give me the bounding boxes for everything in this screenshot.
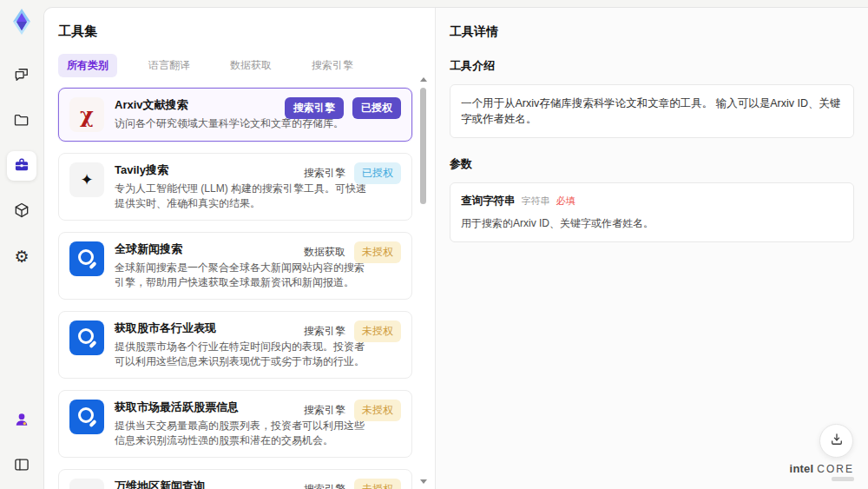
gear-icon: ⚙ — [14, 248, 29, 265]
tool-list: Arxiv文献搜索 访问各个研究领域大量科学论文和文章的存储库。 搜索引擎 已授… — [58, 88, 412, 489]
intel-sub-badge — [832, 477, 854, 481]
download-icon — [829, 432, 845, 450]
tool-badges: 搜索引擎 已授权 — [304, 162, 401, 184]
newspaper-icon — [69, 479, 104, 489]
param-item: 查询字符串 字符串 必填 用于搜索的Arxiv ID、关键字或作者姓名。 — [461, 194, 843, 231]
download-button[interactable] — [819, 424, 853, 458]
page-title: 工具集 — [58, 23, 412, 40]
tool-description: 全球新闻搜索是一个聚合全球各大新闻网站内容的搜索引擎，帮助用户快速获取全球最新资… — [115, 261, 366, 290]
collapse-sidebar-button[interactable] — [7, 451, 36, 480]
tool-card[interactable]: 获取股市各行业表现 提供股票市场各个行业在特定时间段内的表现。投资者可以利用这些… — [58, 311, 412, 379]
left-icon-rail: ⚙ — [0, 0, 43, 489]
auth-status-badge: 未授权 — [354, 479, 401, 489]
chat-icon — [13, 66, 30, 86]
news-search-icon — [69, 241, 104, 276]
category-badge: 搜索引擎 — [304, 320, 345, 342]
category-badge: 搜索引擎 — [304, 400, 345, 421]
news-search-icon — [69, 320, 104, 355]
tool-badges: 数据获取 未授权 — [304, 241, 401, 263]
intel-core-wordmark: intel core — [790, 463, 854, 474]
auth-status-badge: 未授权 — [354, 400, 401, 421]
user-icon — [13, 411, 30, 431]
detail-title: 工具详情 — [450, 24, 854, 40]
sidebar-item-models[interactable] — [7, 196, 36, 226]
scrollbar-down-arrow[interactable] — [420, 479, 427, 484]
tool-description: 提供股票市场各个行业在特定时间段内的表现。投资者可以利用这些信息来识别表现优于或… — [115, 340, 366, 369]
tool-card[interactable]: 全球新闻搜索 全球新闻搜索是一个聚合全球各大新闻网站内容的搜索引擎，帮助用户快速… — [58, 232, 412, 300]
intel-core-logo: intel core — [790, 463, 854, 481]
param-head: 查询字符串 字符串 必填 — [461, 194, 843, 208]
tool-card[interactable]: 万维地区新闻查询 查询具体行政区划内的新闻，快速了解各地新闻动 搜索引擎 未授权 — [58, 469, 412, 489]
param-name: 查询字符串 — [461, 194, 516, 208]
tool-badges: 搜索引擎 未授权 — [304, 320, 401, 342]
params-box: 查询字符串 字符串 必填 用于搜索的Arxiv ID、关键字或作者姓名。 — [450, 182, 854, 242]
sparkle-icon — [69, 162, 104, 197]
intro-text: 一个用于从Arxiv存储库搜索科学论文和文章的工具。 输入可以是Arxiv ID… — [461, 96, 843, 127]
intro-box: 一个用于从Arxiv存储库搜索科学论文和文章的工具。 输入可以是Arxiv ID… — [450, 84, 854, 138]
tool-description: 提供当天交易量最高的股票列表，投资者可以利用这些信息来识别流动性强的股票和潜在的… — [115, 419, 366, 448]
sidebar-item-toolset[interactable] — [7, 151, 36, 181]
category-badge: 搜索引擎 — [285, 97, 344, 119]
auth-status-badge: 已授权 — [354, 162, 401, 184]
category-tab[interactable]: 搜索引擎 — [303, 54, 362, 77]
tool-card[interactable]: Tavily搜索 专为人工智能代理 (LLM) 构建的搜索引擎工具。可快速提供实… — [58, 153, 412, 221]
category-tab[interactable]: 语言翻译 — [140, 54, 199, 77]
tool-description: 专为人工智能代理 (LLM) 构建的搜索引擎工具。可快速提供实时、准确和真实的结… — [115, 182, 366, 211]
tool-list-panel: 工具集 所有类别语言翻译数据获取搜索引擎 Arxiv文献搜索 访问各个研究领域大… — [44, 8, 435, 489]
toolbox-icon — [13, 156, 30, 176]
category-tab[interactable]: 数据获取 — [221, 54, 280, 77]
app-logo — [7, 7, 36, 36]
arxiv-icon — [69, 97, 104, 132]
intel-word: intel — [790, 463, 814, 474]
param-description: 用于搜索的Arxiv ID、关键字或作者姓名。 — [461, 216, 843, 231]
category-badge: 搜索引擎 — [304, 479, 345, 489]
sidebar-item-chat[interactable] — [7, 61, 36, 90]
list-scrollbar[interactable] — [419, 77, 427, 484]
sidebar-item-settings[interactable]: ⚙ — [7, 241, 36, 271]
params-heading: 参数 — [450, 156, 854, 172]
tool-badges: 搜索引擎 未授权 — [304, 479, 401, 489]
param-required-flag: 必填 — [556, 195, 575, 208]
collapse-panel-icon — [13, 456, 30, 476]
category-tab[interactable]: 所有类别 — [58, 54, 117, 77]
folder-icon — [13, 111, 30, 131]
intro-heading: 工具介绍 — [450, 58, 854, 74]
tool-card[interactable]: 获取市场最活跃股票信息 提供当天交易量最高的股票列表，投资者可以利用这些信息来识… — [58, 390, 412, 458]
tool-badges: 搜索引擎 已授权 — [285, 97, 401, 119]
tool-card[interactable]: Arxiv文献搜索 访问各个研究领域大量科学论文和文章的存储库。 搜索引擎 已授… — [58, 88, 412, 142]
tool-badges: 搜索引擎 未授权 — [304, 400, 401, 421]
sidebar-item-files[interactable] — [7, 106, 36, 135]
category-badge: 数据获取 — [304, 241, 345, 263]
scrollbar-up-arrow[interactable] — [420, 77, 427, 82]
auth-status-badge: 未授权 — [354, 320, 401, 342]
core-word: core — [817, 464, 854, 474]
scrollbar-thumb[interactable] — [420, 88, 426, 204]
tool-detail-panel: 工具详情 工具介绍 一个用于从Arxiv存储库搜索科学论文和文章的工具。 输入可… — [435, 8, 868, 489]
param-type: 字符串 — [522, 195, 550, 208]
app-window: ⚙ 工具集 — [0, 0, 868, 489]
category-badge: 搜索引擎 — [304, 162, 345, 184]
main-content: 工具集 所有类别语言翻译数据获取搜索引擎 Arxiv文献搜索 访问各个研究领域大… — [43, 7, 868, 489]
category-tabs: 所有类别语言翻译数据获取搜索引擎 — [58, 54, 412, 77]
auth-status-badge: 已授权 — [352, 97, 401, 119]
auth-status-badge: 未授权 — [354, 241, 401, 263]
user-avatar[interactable] — [7, 406, 36, 435]
cube-icon — [13, 202, 30, 221]
news-search-icon — [69, 400, 104, 434]
